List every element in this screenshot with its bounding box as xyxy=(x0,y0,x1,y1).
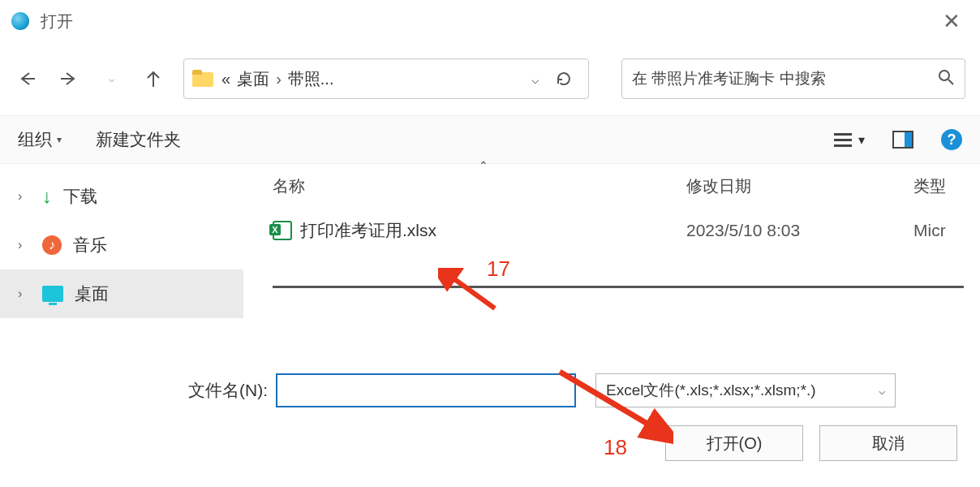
refresh-icon xyxy=(556,71,572,87)
address-dropdown[interactable]: ⌵ xyxy=(531,71,539,87)
list-view-icon xyxy=(834,133,852,147)
sidebar-item-desktop[interactable]: › 桌面 xyxy=(0,269,243,318)
navigation-row: ⌵ « 桌面 › 带照... ⌵ 在 带照片准考证胸卡 中搜索 xyxy=(0,42,980,115)
chevron-right-icon: › xyxy=(18,287,31,301)
filename-label: 文件名(N): xyxy=(188,379,268,402)
file-type: Micr xyxy=(913,221,980,240)
help-button[interactable]: ? xyxy=(941,129,962,150)
chevron-right-icon: › xyxy=(18,189,31,204)
arrow-right-icon xyxy=(59,69,79,88)
folder-icon xyxy=(192,70,213,88)
separator xyxy=(273,286,964,288)
footer: 文件名(N): Excel文件(*.xls;*.xlsx;*.xlsm;*.) … xyxy=(0,351,980,461)
window-title: 打开 xyxy=(41,11,73,32)
chevron-right-icon: › xyxy=(276,70,282,88)
chevron-down-icon: ▾ xyxy=(858,132,865,148)
sidebar-item-label: 音乐 xyxy=(73,234,107,256)
chevron-down-icon: ▾ xyxy=(57,134,62,145)
chevron-down-icon: ⌵ xyxy=(879,384,885,397)
toolbar: 组织 ▾ 新建文件夹 ▾ ? xyxy=(0,115,980,164)
address-bar[interactable]: « 桌面 › 带照... ⌵ xyxy=(183,58,589,99)
sidebar: › ↓ 下载 › ♪ 音乐 › 桌面 xyxy=(0,164,243,351)
search-box[interactable]: 在 带照片准考证胸卡 中搜索 xyxy=(621,58,965,99)
breadcrumb-item[interactable]: 带照... xyxy=(288,68,334,90)
column-date[interactable]: 修改日期 xyxy=(686,175,913,197)
breadcrumb-item[interactable]: 桌面 xyxy=(237,68,269,90)
sidebar-item-music[interactable]: › ♪ 音乐 xyxy=(0,221,243,269)
back-button[interactable] xyxy=(15,67,39,91)
up-button[interactable] xyxy=(141,67,165,91)
filename-input[interactable] xyxy=(276,373,576,407)
file-type-filter[interactable]: Excel文件(*.xls;*.xlsx;*.xlsm;*.) ⌵ xyxy=(595,373,896,407)
cancel-button[interactable]: 取消 xyxy=(819,425,957,461)
music-icon: ♪ xyxy=(42,235,62,255)
close-button[interactable]: ✕ xyxy=(935,6,969,37)
refresh-button[interactable] xyxy=(548,71,580,87)
desktop-icon xyxy=(42,286,63,302)
forward-button[interactable] xyxy=(57,67,81,91)
sidebar-item-label: 下载 xyxy=(63,185,97,208)
breadcrumb: « 桌面 › 带照... xyxy=(221,68,333,90)
arrow-left-icon xyxy=(17,69,37,88)
search-icon xyxy=(937,68,955,89)
breadcrumb-prefix: « xyxy=(221,70,230,88)
svg-point-0 xyxy=(939,71,949,80)
search-placeholder: 在 带照片准考证胸卡 中搜索 xyxy=(632,68,826,89)
app-icon xyxy=(11,12,29,30)
view-button[interactable]: ▾ xyxy=(834,132,865,148)
file-list: ⌃ 名称 修改日期 类型 打印准考证用.xlsx 2023/5/10 8:03 … xyxy=(243,164,980,351)
new-folder-button[interactable]: 新建文件夹 xyxy=(96,128,181,151)
sidebar-item-label: 桌面 xyxy=(75,282,109,305)
organize-button[interactable]: 组织 ▾ xyxy=(18,128,62,151)
column-name[interactable]: 名称 xyxy=(273,175,686,197)
recent-dropdown[interactable]: ⌵ xyxy=(99,67,123,91)
column-collapse-icon[interactable]: ⌃ xyxy=(479,159,488,172)
download-icon: ↓ xyxy=(42,185,52,208)
file-date: 2023/5/10 8:03 xyxy=(686,221,913,240)
arrow-up-icon xyxy=(144,69,163,88)
column-headers: 名称 修改日期 类型 xyxy=(243,169,980,205)
chevron-right-icon: › xyxy=(18,238,31,252)
sidebar-item-downloads[interactable]: › ↓ 下载 xyxy=(0,172,243,221)
open-button[interactable]: 打开(O) xyxy=(665,425,803,461)
file-row[interactable]: 打印准考证用.xlsx 2023/5/10 8:03 Micr xyxy=(243,205,980,256)
preview-pane-button[interactable] xyxy=(892,131,913,149)
column-type[interactable]: 类型 xyxy=(913,175,980,197)
excel-icon xyxy=(273,221,292,240)
file-name: 打印准考证用.xlsx xyxy=(300,219,436,242)
content-area: › ↓ 下载 › ♪ 音乐 › 桌面 ⌃ 名称 修改日期 类型 打印准考证用.x… xyxy=(0,164,980,351)
title-bar: 打开 ✕ xyxy=(0,0,980,42)
